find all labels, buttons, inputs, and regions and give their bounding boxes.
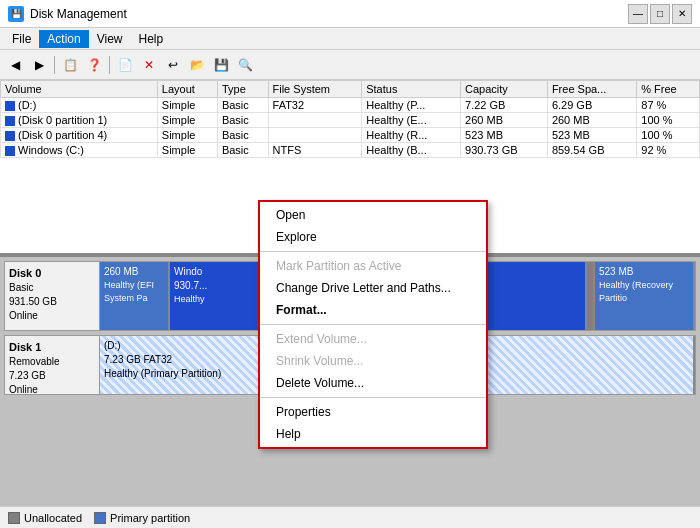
back-button[interactable]: ◀	[4, 54, 26, 76]
cell-pctfree: 100 %	[637, 113, 700, 128]
open-button[interactable]: 📂	[186, 54, 208, 76]
table-row[interactable]: (Disk 0 partition 1) Simple Basic Health…	[1, 113, 700, 128]
window-controls[interactable]: — □ ✕	[628, 4, 692, 24]
cell-type: Basic	[217, 128, 268, 143]
cell-free: 6.29 GB	[547, 98, 636, 113]
context-menu-item-open[interactable]: Open	[260, 204, 486, 226]
cell-layout: Simple	[157, 128, 217, 143]
app-title: Disk Management	[30, 7, 127, 21]
close-button[interactable]: ✕	[672, 4, 692, 24]
context-menu-item-change-drive-letter-and-paths---[interactable]: Change Drive Letter and Paths...	[260, 277, 486, 299]
disk0-recovery-partition[interactable]: 523 MB Healthy (Recovery Partitio	[595, 262, 695, 330]
toolbar: ◀ ▶ 📋 ❓ 📄 ✕ ↩ 📂 💾 🔍	[0, 50, 700, 80]
cell-volume: (Disk 0 partition 1)	[1, 113, 158, 128]
context-menu-item-explore[interactable]: Explore	[260, 226, 486, 248]
col-type: Type	[217, 81, 268, 98]
cell-fs: FAT32	[268, 98, 362, 113]
cell-volume: Windows (C:)	[1, 143, 158, 158]
disk1-type: Removable	[9, 356, 60, 367]
disk0-type: Basic	[9, 282, 33, 293]
efi-size: 260 MB	[104, 265, 164, 279]
table-row[interactable]: Windows (C:) Simple Basic NTFS Healthy (…	[1, 143, 700, 158]
context-menu-separator	[260, 397, 486, 398]
recovery-size: 523 MB	[599, 265, 689, 279]
menu-help[interactable]: Help	[131, 30, 172, 48]
menu-bar: File Action View Help	[0, 28, 700, 50]
disk0-label: Disk 0 Basic 931.50 GB Online	[5, 262, 100, 330]
minimize-button[interactable]: —	[628, 4, 648, 24]
cell-volume: (D:)	[1, 98, 158, 113]
cell-free: 859.54 GB	[547, 143, 636, 158]
col-freespace: Free Spa...	[547, 81, 636, 98]
app-icon: 💾	[8, 6, 24, 22]
cell-free: 523 MB	[547, 128, 636, 143]
cell-pctfree: 87 %	[637, 98, 700, 113]
disk1-status: Online	[9, 384, 38, 395]
cell-layout: Simple	[157, 113, 217, 128]
table-row[interactable]: (Disk 0 partition 4) Simple Basic Health…	[1, 128, 700, 143]
col-capacity: Capacity	[461, 81, 548, 98]
cell-status: Healthy (B...	[362, 143, 461, 158]
context-menu-item-delete-volume---[interactable]: Delete Volume...	[260, 372, 486, 394]
cell-layout: Simple	[157, 143, 217, 158]
disk0-unallocated	[587, 262, 595, 330]
help-button[interactable]: ❓	[83, 54, 105, 76]
col-pctfree: % Free	[637, 81, 700, 98]
disk0-size: 931.50 GB	[9, 296, 57, 307]
cell-layout: Simple	[157, 98, 217, 113]
maximize-button[interactable]: □	[650, 4, 670, 24]
title-bar: 💾 Disk Management — □ ✕	[0, 0, 700, 28]
disk0-status: Online	[9, 310, 38, 321]
recovery-label: Healthy (Recovery Partitio	[599, 279, 689, 304]
cell-status: Healthy (P...	[362, 98, 461, 113]
undo-button[interactable]: ↩	[162, 54, 184, 76]
context-menu-item-mark-partition-as-active: Mark Partition as Active	[260, 255, 486, 277]
search-button[interactable]: 🔍	[234, 54, 256, 76]
cell-capacity: 260 MB	[461, 113, 548, 128]
status-bar: Unallocated Primary partition	[0, 506, 700, 528]
properties-button[interactable]: 📋	[59, 54, 81, 76]
context-menu: OpenExploreMark Partition as ActiveChang…	[258, 200, 488, 449]
disk1-label: Disk 1 Removable 7.23 GB Online	[5, 336, 100, 394]
col-status: Status	[362, 81, 461, 98]
save-button[interactable]: 💾	[210, 54, 232, 76]
cell-volume: (Disk 0 partition 4)	[1, 128, 158, 143]
cell-type: Basic	[217, 113, 268, 128]
context-menu-item-help[interactable]: Help	[260, 423, 486, 445]
cell-fs: NTFS	[268, 143, 362, 158]
delete-button[interactable]: ✕	[138, 54, 160, 76]
table-row[interactable]: (D:) Simple Basic FAT32 Healthy (P... 7.…	[1, 98, 700, 113]
legend-unalloc-label: Unallocated	[24, 512, 82, 524]
context-menu-item-format---[interactable]: Format...	[260, 299, 486, 321]
cell-capacity: 7.22 GB	[461, 98, 548, 113]
context-menu-item-properties[interactable]: Properties	[260, 401, 486, 423]
cell-type: Basic	[217, 98, 268, 113]
legend-unalloc-box	[8, 512, 20, 524]
col-volume: Volume	[1, 81, 158, 98]
cell-status: Healthy (R...	[362, 128, 461, 143]
menu-view[interactable]: View	[89, 30, 131, 48]
cell-status: Healthy (E...	[362, 113, 461, 128]
context-menu-item-shrink-volume---: Shrink Volume...	[260, 350, 486, 372]
menu-file[interactable]: File	[4, 30, 39, 48]
main-content: Volume Layout Type File System Status Ca…	[0, 80, 700, 506]
menu-action[interactable]: Action	[39, 30, 88, 48]
forward-button[interactable]: ▶	[28, 54, 50, 76]
toolbar-separator-1	[54, 56, 55, 74]
volume-table: Volume Layout Type File System Status Ca…	[0, 80, 700, 158]
context-menu-item-extend-volume---: Extend Volume...	[260, 328, 486, 350]
col-layout: Layout	[157, 81, 217, 98]
cell-pctfree: 92 %	[637, 143, 700, 158]
col-filesystem: File System	[268, 81, 362, 98]
legend-unallocated: Unallocated	[8, 512, 82, 524]
context-menu-separator	[260, 251, 486, 252]
cell-fs	[268, 128, 362, 143]
efi-label: Healthy (EFI System Pa	[104, 279, 164, 304]
cell-capacity: 523 MB	[461, 128, 548, 143]
cell-capacity: 930.73 GB	[461, 143, 548, 158]
toolbar-separator-2	[109, 56, 110, 74]
context-menu-separator	[260, 324, 486, 325]
legend-primary-label: Primary partition	[110, 512, 190, 524]
new-button[interactable]: 📄	[114, 54, 136, 76]
disk0-efi-partition[interactable]: 260 MB Healthy (EFI System Pa	[100, 262, 170, 330]
